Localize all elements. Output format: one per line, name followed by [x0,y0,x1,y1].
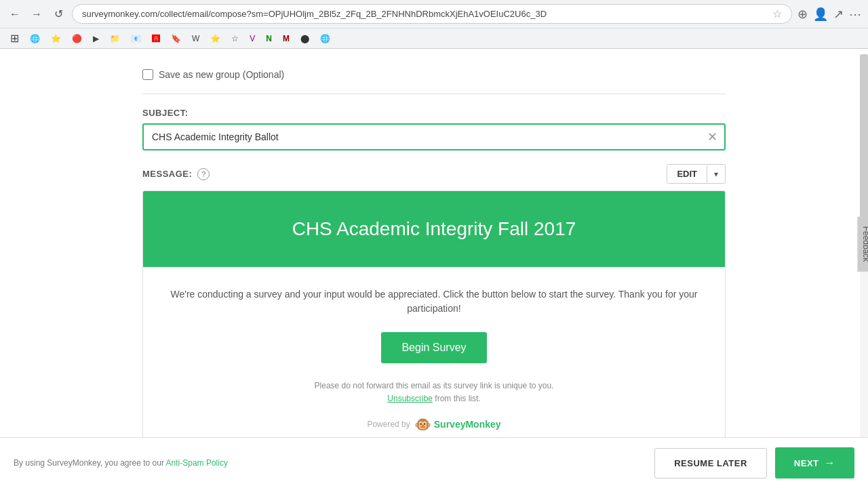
terms-text: By using SurveyMonkey, you agree to our … [14,458,228,468]
bookmark-9[interactable]: W [189,33,203,45]
email-preview: CHS Academic Integrity Fall 2017 We're c… [142,190,726,460]
subject-input-wrapper: ✕ [142,123,726,150]
save-group-label: Save as new group (Optional) [159,69,284,80]
unsubscribe-link[interactable]: Unsubscribe [387,394,433,403]
bookmark-14[interactable]: M [279,33,293,45]
profile-icon[interactable]: 👤 [813,7,828,22]
reload-button[interactable]: ↺ [50,6,66,22]
next-button[interactable]: NEXT → [775,447,854,479]
bookmark-6[interactable]: 📧 [127,33,144,45]
bookmark-3[interactable]: 🔴 [68,33,85,45]
next-arrow-icon: → [825,457,836,469]
message-header: MESSAGE: ? EDIT ▾ [142,164,726,184]
bookmarks-bar: ⊞ 🌐 ⭐ 🔴 ▶ 📁 📧 🅰 🔖 W ⭐ ☆ V N M ⬤ 🌐 [0,28,868,48]
page-content: Save as new group (Optional) SUBJECT: ✕ … [0,49,868,487]
powered-by-text: Powered by [367,420,410,429]
bookmark-2[interactable]: ⭐ [47,33,64,45]
forward-button[interactable]: → [28,6,45,22]
browser-chrome: ← → ↺ surveymonkey.com/collect/email/com… [0,0,868,49]
bottom-bar: By using SurveyMonkey, you agree to our … [0,437,868,487]
email-header-banner: CHS Academic Integrity Fall 2017 [143,191,725,267]
bookmark-5[interactable]: 📁 [106,33,123,45]
bookmark-13[interactable]: N [262,33,275,45]
share-icon[interactable]: ↗ [833,7,844,22]
edit-dropdown-button[interactable]: ▾ [707,165,725,183]
bookmark-11[interactable]: ☆ [228,33,242,45]
email-footer: Please do not forward this email as its … [170,380,698,405]
bookmark-15[interactable]: ⬤ [297,33,313,45]
bookmark-7[interactable]: 🅰 [149,33,163,45]
address-bar[interactable]: surveymonkey.com/collect/email/compose?s… [72,4,792,24]
bookmark-apps[interactable]: ⊞ [7,30,22,46]
message-label-row: MESSAGE: ? [142,168,210,180]
surveymonkey-logo-text: SurveyMonkey [434,419,501,430]
terms-prefix: By using SurveyMonkey, you agree to our [14,458,164,468]
message-label: MESSAGE: [142,169,192,179]
footer-line1: Please do not forward this email as its … [315,381,554,390]
footer-line2: from this list. [435,394,480,403]
bookmark-10[interactable]: ⭐ [207,33,224,45]
bottom-actions: RESUME LATER NEXT → [654,447,854,479]
edit-button-group: EDIT ▾ [667,164,726,184]
subject-label: SUBJECT: [142,108,726,118]
surveymonkey-logo-icon: 🐵 [414,416,431,432]
resume-later-button[interactable]: RESUME LATER [654,448,767,479]
main-container: Save as new group (Optional) SUBJECT: ✕ … [129,49,739,487]
menu-icon[interactable]: ⋯ [849,7,861,22]
surveymonkey-logo: 🐵 SurveyMonkey [414,416,501,432]
extensions-icon[interactable]: ⊕ [797,7,808,22]
message-field-row: MESSAGE: ? EDIT ▾ CHS Academic Integrity… [142,164,726,460]
edit-button[interactable]: EDIT [667,165,707,183]
scrollbar-thumb[interactable] [860,54,868,228]
email-title: CHS Academic Integrity Fall 2017 [157,218,711,240]
message-help-icon[interactable]: ? [197,168,210,180]
next-label: NEXT [794,458,819,468]
email-body-text: We're conducting a survey and your input… [170,287,698,316]
section-divider [142,94,726,94]
powered-by: Powered by 🐵 SurveyMonkey [170,416,698,432]
subject-field-row: SUBJECT: ✕ [142,108,726,150]
bookmark-1[interactable]: 🌐 [26,33,43,45]
save-group-checkbox[interactable] [142,69,153,80]
feedback-tab[interactable]: Feedback [858,217,868,272]
subject-input[interactable] [142,123,726,150]
email-body: We're conducting a survey and your input… [143,267,725,460]
bookmark-star-icon[interactable]: ☆ [772,7,782,20]
anti-spam-link[interactable]: Anti-Spam Policy [166,458,228,468]
bookmark-12[interactable]: V [246,33,258,45]
save-group-row: Save as new group (Optional) [142,62,726,94]
bookmark-4[interactable]: ▶ [90,33,102,45]
bookmark-8[interactable]: 🔖 [167,33,184,45]
address-text: surveymonkey.com/collect/email/compose?s… [82,9,772,19]
subject-clear-button[interactable]: ✕ [707,131,717,143]
browser-toolbar: ← → ↺ surveymonkey.com/collect/email/com… [0,0,868,28]
back-button[interactable]: ← [7,6,23,22]
bookmark-16[interactable]: 🌐 [317,33,334,45]
begin-survey-button[interactable]: Begin Survey [381,332,486,363]
